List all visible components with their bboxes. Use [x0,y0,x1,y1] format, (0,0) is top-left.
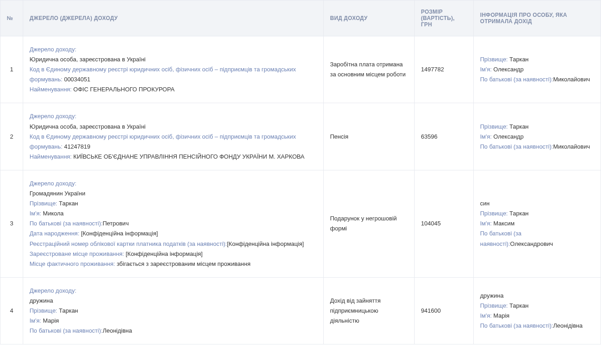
cell-person: Прізвище: Таркан Ім'я: Олександр По бать… [474,36,601,103]
label-source-header: Джерело доходу: [30,287,76,294]
table-row: 3 Джерело доходу: Громадянин України Прі… [0,170,601,277]
income-table: № ДЖЕРЕЛО (ДЖЕРЕЛА) ДОХОДУ ВИД ДОХОДУ РО… [0,0,601,344]
cell-type: Заробітна плата отримана за основним міс… [324,36,415,103]
cell-type: Пенсія [324,103,415,170]
header-type: ВИД ДОХОДУ [324,0,415,36]
table-row: 2 Джерело доходу: Юридична особа, зареєс… [0,103,601,170]
src-patronymic: Леонідівна [103,327,132,334]
cell-type: Дохід від зайняття підприємницькою діяль… [324,277,415,344]
label-orgname: Найменування: [30,86,73,93]
header-person: ІНФОРМАЦІЯ ПРО ОСОБУ, ЯКА ОТРИМАЛА ДОХІД [474,0,601,36]
cell-source: Джерело доходу: дружина Прізвище: Таркан… [23,277,324,344]
label-regaddr: Зареєстроване місце проживання: [30,250,126,257]
row-num: 4 [0,277,23,344]
label-patronymic: По батькові (за наявності): [30,327,103,334]
table-header: № ДЖЕРЕЛО (ДЖЕРЕЛА) ДОХОДУ ВИД ДОХОДУ РО… [0,0,601,36]
src-surname: Таркан [59,200,78,207]
person-relation: дружина [480,292,504,299]
label-source-header: Джерело доходу: [30,180,76,187]
cell-type: Подарунок у негрошовій формі [324,170,415,277]
person-surname: Таркан [510,210,529,217]
label-patronymic: По батькові (за наявності): [480,143,553,150]
source-entity: дружина [30,297,53,304]
person-surname: Таркан [510,302,529,309]
header-num: № [0,0,23,36]
cell-amount: 63596 [415,103,474,170]
label-firstname: Ім'я: [480,66,493,73]
source-orgname: ОФІС ГЕНЕРАЛЬНОГО ПРОКУРОРА [73,86,175,93]
person-patronymic: Леонідівна [553,322,583,329]
label-firstname: Ім'я: [480,133,493,140]
cell-source: Джерело доходу: Громадянин України Прізв… [23,170,324,277]
label-surname: Прізвище: [30,307,59,314]
label-actaddr: Місце фактичного проживання: [30,260,117,267]
source-code: 00034051 [64,76,90,83]
table-row: 1 Джерело доходу: Юридична особа, зареєс… [0,36,601,103]
label-dob: Дата народження: [30,230,81,237]
source-entity: Юридична особа, зареєстрована в Україні [30,123,145,130]
table-body: 1 Джерело доходу: Юридична особа, зареєс… [0,36,601,344]
person-relation: син [480,200,490,207]
label-firstname: Ім'я: [480,220,493,227]
person-surname: Таркан [510,123,529,130]
person-patronymic: Миколайович [553,76,590,83]
table-row: 4 Джерело доходу: дружина Прізвище: Тарк… [0,277,601,344]
src-taxid: [Конфіденційна інформація] [227,240,304,247]
cell-person: Прізвище: Таркан Ім'я: Олександр По бать… [474,103,601,170]
cell-source: Джерело доходу: Юридична особа, зареєстр… [23,103,324,170]
cell-amount: 1497782 [415,36,474,103]
label-patronymic: По батькові (за наявності): [30,220,103,227]
source-orgname: КИЇВСЬКЕ ОБ'ЄДНАНЕ УПРАВЛІННЯ ПЕНСІЙНОГО… [73,153,304,160]
label-orgname: Найменування: [30,153,73,160]
label-source-header: Джерело доходу: [30,113,76,120]
src-actaddr: збігається з зареєстрованим місцем прожи… [117,260,250,267]
src-regaddr: [Конфіденційна інформація] [126,250,203,257]
person-firstname: Олександр [493,133,523,140]
label-surname: Прізвище: [480,302,510,309]
label-firstname: Ім'я: [480,312,493,319]
src-dob: [Конфіденційна інформація] [81,230,158,237]
src-surname: Таркан [59,307,78,314]
cell-amount: 104045 [415,170,474,277]
row-num: 2 [0,103,23,170]
label-firstname: Ім'я: [30,317,43,324]
src-firstname: Марія [43,317,59,324]
source-entity: Громадянин України [30,190,85,197]
label-firstname: Ім'я: [30,210,43,217]
label-surname: Прізвище: [480,56,510,63]
src-firstname: Микола [43,210,64,217]
person-firstname: Олександр [493,66,523,73]
label-surname: Прізвище: [480,123,510,130]
row-num: 1 [0,36,23,103]
person-firstname: Максим [493,220,515,227]
cell-source: Джерело доходу: Юридична особа, зареєстр… [23,36,324,103]
person-patronymic: Миколайович [553,143,590,150]
label-source-header: Джерело доходу: [30,46,76,53]
row-num: 3 [0,170,23,277]
src-patronymic: Петрович [103,220,129,227]
label-surname: Прізвище: [30,200,59,207]
header-source: ДЖЕРЕЛО (ДЖЕРЕЛА) ДОХОДУ [23,0,324,36]
person-firstname: Марія [493,312,509,319]
label-surname: Прізвище: [480,210,510,217]
person-patronymic: Олександрович [510,240,553,247]
header-amount: РОЗМІР (ВАРТІСТЬ), ГРН [415,0,474,36]
source-entity: Юридична особа, зареєстрована в Україні [30,56,145,63]
cell-person: син Прізвище: Таркан Ім'я: Максим По бат… [474,170,601,277]
label-patronymic: По батькові (за наявності): [480,76,553,83]
label-patronymic: По батькові (за наявності): [480,322,553,329]
cell-person: дружина Прізвище: Таркан Ім'я: Марія По … [474,277,601,344]
label-taxid: Реєстраційний номер облікової картки пла… [30,240,227,247]
cell-amount: 941600 [415,277,474,344]
person-surname: Таркан [510,56,529,63]
source-code: 41247819 [64,143,90,150]
